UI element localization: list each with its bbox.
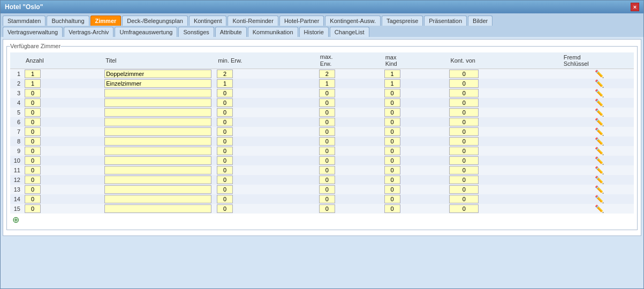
row-min-erw[interactable] xyxy=(216,79,318,88)
row-kont-von[interactable] xyxy=(448,165,561,175)
kont-von-input[interactable] xyxy=(449,127,479,136)
titel-input[interactable] xyxy=(104,147,211,155)
row-anzahl[interactable] xyxy=(24,185,103,194)
max-kind-input[interactable] xyxy=(384,147,400,155)
tab-kontingent[interactable]: Kontingent xyxy=(189,16,227,26)
row-min-erw[interactable] xyxy=(216,88,318,98)
edit-button[interactable]: ✏️ xyxy=(595,195,604,203)
tab-historie[interactable]: Historie xyxy=(299,27,329,37)
kont-von-input[interactable] xyxy=(449,156,479,165)
tab-hotel-partner[interactable]: Hotel-Partner xyxy=(279,16,324,26)
kont-von-input[interactable] xyxy=(449,195,479,203)
titel-input[interactable] xyxy=(104,137,211,146)
tab-zimmer[interactable]: Zimmer xyxy=(90,16,122,26)
row-max-kind[interactable] xyxy=(383,79,449,88)
row-kont-von[interactable] xyxy=(448,98,561,108)
titel-input[interactable] xyxy=(104,89,211,97)
row-titel[interactable] xyxy=(103,156,216,165)
min-erw-input[interactable] xyxy=(217,195,233,203)
anzahl-input[interactable] xyxy=(25,204,41,213)
edit-button[interactable]: ✏️ xyxy=(595,118,604,126)
row-kont-von[interactable] xyxy=(448,156,561,165)
max-kind-input[interactable] xyxy=(384,98,400,107)
row-max-erw[interactable] xyxy=(318,175,383,185)
row-titel[interactable] xyxy=(103,146,216,156)
kont-von-input[interactable] xyxy=(449,108,479,117)
max-erw-input[interactable] xyxy=(319,176,335,184)
row-titel[interactable] xyxy=(103,175,216,185)
tab-stammdaten[interactable]: Stammdaten xyxy=(3,16,46,26)
anzahl-input[interactable] xyxy=(25,70,41,78)
row-anzahl[interactable] xyxy=(24,136,103,146)
kont-von-input[interactable] xyxy=(449,166,479,174)
titel-input[interactable] xyxy=(104,156,211,165)
row-max-kind[interactable] xyxy=(383,194,449,204)
max-kind-input[interactable] xyxy=(384,204,400,213)
row-max-erw[interactable] xyxy=(318,136,383,146)
row-max-erw[interactable] xyxy=(318,79,383,88)
min-erw-input[interactable] xyxy=(217,127,233,136)
titel-input[interactable] xyxy=(104,185,211,194)
row-titel[interactable] xyxy=(103,185,216,194)
kont-von-input[interactable] xyxy=(449,79,479,88)
row-max-kind[interactable] xyxy=(383,175,449,185)
row-max-kind[interactable] xyxy=(383,69,449,79)
row-edit[interactable]: ✏️ xyxy=(594,88,634,98)
row-max-erw[interactable] xyxy=(318,185,383,194)
row-max-kind[interactable] xyxy=(383,204,449,214)
kont-von-input[interactable] xyxy=(449,89,479,97)
row-min-erw[interactable] xyxy=(216,136,318,146)
row-max-erw[interactable] xyxy=(318,88,383,98)
row-max-kind[interactable] xyxy=(383,146,449,156)
row-edit[interactable]: ✏️ xyxy=(594,108,634,117)
anzahl-input[interactable] xyxy=(25,185,41,194)
edit-button[interactable]: ✏️ xyxy=(595,166,604,174)
anzahl-input[interactable] xyxy=(25,127,41,136)
edit-button[interactable]: ✏️ xyxy=(595,147,604,155)
anzahl-input[interactable] xyxy=(25,98,41,107)
row-kont-von[interactable] xyxy=(448,185,561,194)
row-anzahl[interactable] xyxy=(24,165,103,175)
row-anzahl[interactable] xyxy=(24,69,103,79)
min-erw-input[interactable] xyxy=(217,137,233,146)
min-erw-input[interactable] xyxy=(217,70,233,78)
tab-sonstiges[interactable]: Sonstiges xyxy=(178,27,214,37)
row-kont-von[interactable] xyxy=(448,79,561,88)
anzahl-input[interactable] xyxy=(25,195,41,203)
row-max-erw[interactable] xyxy=(318,165,383,175)
row-max-erw[interactable] xyxy=(318,108,383,117)
add-room-button[interactable]: ⊕ xyxy=(12,216,19,224)
row-edit[interactable]: ✏️ xyxy=(594,69,634,79)
edit-button[interactable]: ✏️ xyxy=(595,89,604,97)
max-erw-input[interactable] xyxy=(319,204,335,213)
anzahl-input[interactable] xyxy=(25,118,41,126)
max-erw-input[interactable] xyxy=(319,70,335,78)
row-titel[interactable] xyxy=(103,69,216,79)
max-erw-input[interactable] xyxy=(319,89,335,97)
row-max-erw[interactable] xyxy=(318,127,383,136)
row-titel[interactable] xyxy=(103,108,216,117)
row-min-erw[interactable] xyxy=(216,108,318,117)
edit-button[interactable]: ✏️ xyxy=(595,176,604,184)
row-anzahl[interactable] xyxy=(24,98,103,108)
row-max-erw[interactable] xyxy=(318,194,383,204)
row-titel[interactable] xyxy=(103,194,216,204)
row-edit[interactable]: ✏️ xyxy=(594,156,634,165)
row-max-kind[interactable] xyxy=(383,98,449,108)
anzahl-input[interactable] xyxy=(25,176,41,184)
kont-von-input[interactable] xyxy=(449,147,479,155)
max-erw-input[interactable] xyxy=(319,156,335,165)
row-min-erw[interactable] xyxy=(216,146,318,156)
row-kont-von[interactable] xyxy=(448,117,561,127)
tab-vertrags-archiv[interactable]: Vertrags-Archiv xyxy=(64,27,113,37)
row-titel[interactable] xyxy=(103,98,216,108)
row-max-kind[interactable] xyxy=(383,88,449,98)
tab-buchhaltung[interactable]: Buchhaltung xyxy=(47,16,89,26)
titel-input[interactable] xyxy=(104,79,211,88)
edit-button[interactable]: ✏️ xyxy=(595,80,604,87)
row-max-erw[interactable] xyxy=(318,156,383,165)
min-erw-input[interactable] xyxy=(217,176,233,184)
kont-von-input[interactable] xyxy=(449,98,479,107)
kont-von-input[interactable] xyxy=(449,185,479,194)
row-min-erw[interactable] xyxy=(216,117,318,127)
